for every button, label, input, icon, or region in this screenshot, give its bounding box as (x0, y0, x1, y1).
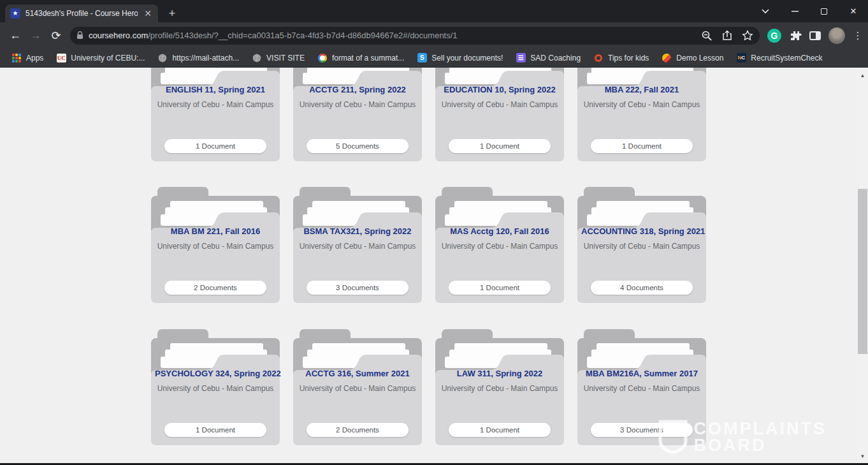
course-folder-card[interactable]: MBA BM216A, Summer 2017 University of Ce… (577, 324, 706, 445)
scrollbar-thumb[interactable] (858, 189, 867, 354)
reload-icon[interactable]: ⟳ (46, 26, 66, 46)
bookmark-favicon-icon (317, 53, 328, 63)
course-folder-card[interactable]: ACCTG 316, Summer 2021 University of Ceb… (293, 324, 422, 445)
course-title[interactable]: LAW 311, Spring 2022 (439, 369, 560, 378)
document-count-pill: 1 Document (449, 139, 551, 153)
bookmark-star-icon[interactable] (742, 30, 753, 41)
course-folder-card[interactable]: ENGLISH 11, Spring 2021 University of Ce… (151, 68, 280, 161)
bookmark-favicon-icon (157, 53, 168, 63)
bookmark-label: University of CEBU:... (71, 54, 145, 63)
window-controls: ✕ (751, 0, 868, 22)
bookmark-favicon-icon: UC (56, 53, 66, 63)
zoom-icon[interactable] (701, 30, 712, 41)
tab-title: 5143desh's Profile - Course Hero (25, 9, 138, 18)
course-title[interactable]: MBA BM 221, Fall 2016 (155, 226, 276, 236)
course-title[interactable]: ENGLISH 11, Spring 2021 (155, 85, 276, 94)
bookmarks-bar: Apps UC University of CEBU:... https://m… (0, 48, 868, 68)
course-folder-card[interactable]: ACCOUNTING 318, Spring 2021 University o… (577, 182, 706, 303)
url-text: coursehero.com/profile/5143desh/?__chid=… (89, 31, 695, 40)
side-panel-icon[interactable] (809, 31, 821, 40)
bookmark-item[interactable]: UC University of CEBU:... (51, 51, 150, 65)
titlebar: ★ 5143desh's Profile - Course Hero ✕ + ✕ (0, 0, 868, 22)
bookmark-item[interactable]: format of a summat... (312, 51, 409, 65)
school-name: University of Cebu - Main Campus (581, 384, 702, 393)
document-count-pill: 4 Documents (591, 281, 693, 295)
bookmark-favicon-icon: ☰ (516, 53, 526, 63)
course-title[interactable]: MBA 222, Fall 2021 (581, 85, 702, 94)
course-title[interactable]: EDUCATION 10, Spring 2022 (439, 85, 560, 94)
bookmark-label: https://mail-attach... (172, 54, 239, 63)
course-title[interactable]: ACCTG 211, Spring 2022 (297, 85, 418, 94)
bookmark-item[interactable]: S Sell your documents! (412, 51, 508, 65)
document-count-pill: 2 Documents (164, 281, 266, 295)
watermark-line1: COMPLAINTS (694, 420, 827, 437)
folder-grid-row-1: ENGLISH 11, Spring 2021 University of Ce… (151, 68, 706, 161)
tab-search-chevron-icon[interactable] (751, 0, 780, 22)
course-folder-card[interactable]: MBA BM 221, Fall 2016 University of Cebu… (151, 182, 280, 303)
document-count-pill: 5 Documents (307, 139, 409, 153)
course-title[interactable]: BSMA TAX321, Spring 2022 (297, 226, 418, 236)
share-icon[interactable] (721, 30, 733, 41)
bookmark-label: Apps (26, 54, 43, 63)
browser-tab[interactable]: ★ 5143desh's Profile - Course Hero ✕ (5, 4, 158, 22)
school-name: University of Cebu - Main Campus (439, 242, 560, 251)
bookmark-label: Sell your documents! (431, 54, 503, 63)
document-count-pill: 3 Documents (307, 281, 409, 295)
minimize-button[interactable] (780, 0, 809, 22)
profile-avatar[interactable] (828, 27, 845, 44)
bookmark-favicon-icon: S (417, 53, 427, 63)
bookmark-item[interactable]: VISIT SITE (247, 51, 310, 65)
folder-grid-row-2: MBA BM 221, Fall 2016 University of Cebu… (151, 182, 706, 303)
close-button[interactable]: ✕ (839, 0, 868, 22)
bookmark-label: format of a summat... (332, 54, 404, 63)
toolbar: ← → ⟳ coursehero.com/profile/5143desh/?_… (0, 22, 868, 48)
course-folder-card[interactable]: MBA 222, Fall 2021 University of Cebu - … (577, 68, 706, 161)
school-name: University of Cebu - Main Campus (155, 242, 276, 251)
bookmark-item[interactable]: Tips for kids (588, 51, 654, 65)
school-name: University of Cebu - Main Campus (155, 384, 276, 393)
school-name: University of Cebu - Main Campus (155, 100, 276, 109)
bookmark-favicon-icon (593, 53, 604, 63)
course-folder-card[interactable]: MAS Acctg 120, Fall 2016 University of C… (435, 182, 564, 303)
scroll-down-icon[interactable]: ▼ (857, 451, 868, 462)
vertical-scrollbar[interactable]: ▲ ▼ (857, 68, 868, 463)
tab-close-icon[interactable]: ✕ (143, 8, 153, 18)
document-count-pill: 1 Document (449, 281, 551, 295)
bookmark-label: SAD Coaching (530, 54, 581, 63)
course-folder-card[interactable]: ACCTG 211, Spring 2022 University of Ceb… (293, 68, 422, 161)
course-title[interactable]: ACCTG 316, Summer 2021 (297, 369, 418, 378)
bookmark-item[interactable]: ☰ SAD Coaching (510, 51, 586, 65)
bookmark-item[interactable]: NC RecruitSystemCheck (731, 51, 827, 65)
url-path: /profile/5143desh/?__chid=ca0031a5-b7ca-… (148, 31, 457, 40)
chrome-menu-icon[interactable]: ⋮ (853, 34, 863, 38)
coursehero-favicon-icon: ★ (10, 8, 20, 18)
forward-icon[interactable]: → (25, 26, 46, 46)
course-folder-card[interactable]: EDUCATION 10, Spring 2022 University of … (435, 68, 564, 161)
course-folder-card[interactable]: BSMA TAX321, Spring 2022 University of C… (293, 182, 422, 303)
document-count-pill: 1 Document (164, 139, 266, 153)
restore-button[interactable] (809, 0, 839, 22)
grammarly-extension-icon[interactable]: G (767, 29, 781, 43)
course-title[interactable]: MAS Acctg 120, Fall 2016 (439, 226, 560, 236)
bookmark-item[interactable]: Apps (6, 51, 48, 65)
course-title[interactable]: MBA BM216A, Summer 2017 (581, 369, 702, 378)
school-name: University of Cebu - Main Campus (297, 384, 418, 393)
document-count-pill: 3 Documents (591, 423, 693, 437)
school-name: University of Cebu - Main Campus (297, 100, 418, 109)
bookmark-item[interactable]: https://mail-attach... (152, 51, 244, 65)
back-icon[interactable]: ← (5, 26, 25, 46)
document-count-pill: 1 Document (449, 423, 551, 437)
course-folder-card[interactable]: LAW 311, Spring 2022 University of Cebu … (435, 324, 564, 445)
lock-icon[interactable] (76, 31, 83, 40)
scroll-up-icon[interactable]: ▲ (857, 70, 868, 81)
address-bar[interactable]: coursehero.com/profile/5143desh/?__chid=… (70, 27, 760, 45)
bookmark-label: Tips for kids (608, 54, 649, 63)
new-tab-button[interactable]: + (164, 6, 180, 22)
course-title[interactable]: ACCOUNTING 318, Spring 2021 (581, 226, 702, 236)
bookmark-favicon-icon (662, 53, 672, 63)
extensions-puzzle-icon[interactable] (789, 29, 802, 42)
course-folder-card[interactable]: PSYCHOLOGY 324, Spring 2022 University o… (151, 324, 280, 445)
bookmark-label: Demo Lesson (676, 54, 723, 63)
course-title[interactable]: PSYCHOLOGY 324, Spring 2022 (155, 369, 276, 378)
bookmark-item[interactable]: Demo Lesson (656, 51, 728, 65)
